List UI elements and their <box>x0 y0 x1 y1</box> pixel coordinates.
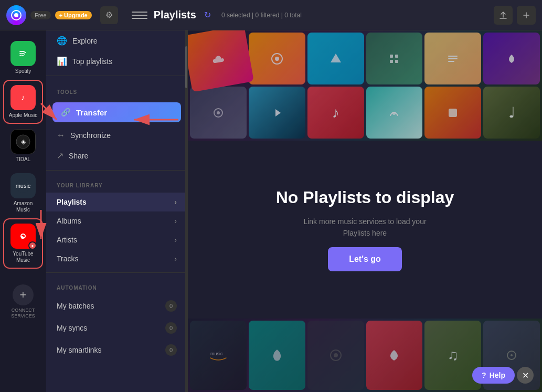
main-layout: Spotify ♪ Apple Music ◈ TIDAL <box>0 30 542 392</box>
top-playlists-icon: 📊 <box>57 56 67 66</box>
banner-top: ♪ ♩ <box>188 30 542 141</box>
nav-explore[interactable]: 🌐 Explore <box>46 30 187 51</box>
add-button[interactable] <box>517 6 536 25</box>
albums-label: Albums <box>57 217 174 225</box>
no-playlists-title: No Playlists to display <box>276 188 454 207</box>
settings-button[interactable]: ⚙ <box>100 6 118 24</box>
svg-point-25 <box>392 112 396 115</box>
service-item-spotify[interactable]: Spotify <box>4 37 42 79</box>
help-close-button[interactable]: ✕ <box>517 367 534 384</box>
help-label: Help <box>490 371 505 379</box>
lets-go-button[interactable]: Let's go <box>328 247 402 271</box>
tile-blue <box>307 33 364 84</box>
amazon-music-icon: music <box>10 173 36 198</box>
my-syncs-count: 0 <box>165 322 177 334</box>
nav-top-playlists[interactable]: 📊 Top playlists <box>46 51 187 71</box>
bottom-tile-green2: ♫ <box>424 321 481 390</box>
services-sidebar: Spotify ♪ Apple Music ◈ TIDAL <box>0 30 46 392</box>
spotify-icon <box>10 41 36 66</box>
explore-icon: 🌐 <box>57 36 67 46</box>
refresh-icon[interactable]: ↻ <box>203 10 213 20</box>
service-item-apple-music[interactable]: ♪ Apple Music <box>4 81 42 123</box>
nav-synchronize[interactable]: ↔ Synchronize <box>46 125 187 145</box>
svg-point-23 <box>217 111 220 114</box>
svg-point-29 <box>334 353 338 357</box>
nav-divider-1 <box>46 76 187 76</box>
app-logo <box>6 5 26 25</box>
library-item-playlists[interactable]: Playlists › <box>46 193 187 211</box>
youtube-music-icon: ▶ ● <box>10 224 36 249</box>
tidal-label: TIDAL <box>16 156 30 163</box>
service-item-tidal[interactable]: ◈ TIDAL <box>4 125 42 167</box>
synchronize-label: Synchronize <box>70 131 111 140</box>
nav-divider-3 <box>46 272 187 273</box>
svg-point-1 <box>14 13 18 17</box>
library-item-tracks[interactable]: Tracks › <box>46 249 187 268</box>
tile-gray <box>190 87 247 139</box>
apple-music-label: Apple Music <box>9 112 37 119</box>
youtube-badge: ● <box>28 241 37 250</box>
apple-music-icon: ♪ <box>10 85 36 110</box>
automation-section: AUTOMATION <box>46 277 187 295</box>
explore-label: Explore <box>72 37 97 45</box>
library-item-albums[interactable]: Albums › <box>46 211 187 230</box>
playlists-label: Playlists <box>57 198 174 206</box>
tile-green <box>366 33 423 84</box>
tile-mint <box>366 87 423 139</box>
nav-share[interactable]: ↗ Share <box>46 145 187 166</box>
share-label: Share <box>69 152 88 160</box>
tile-red-orange <box>424 87 481 139</box>
hamburger-button[interactable] <box>132 7 147 23</box>
playlists-chevron-icon: › <box>174 198 177 206</box>
transfer-button[interactable]: 🔗 Transfer <box>52 102 181 122</box>
artists-label: Artists <box>57 236 174 244</box>
upgrade-badge[interactable]: + Upgrade <box>55 11 92 19</box>
tile-red: ♪ <box>307 87 364 139</box>
svg-text:music: music <box>210 351 223 356</box>
share-icon: ↗ <box>57 151 63 161</box>
connect-services-button[interactable]: + CONNECT SERVICES <box>0 280 46 323</box>
svg-rect-16 <box>395 55 398 58</box>
svg-text:◈: ◈ <box>21 138 26 145</box>
tracks-chevron-icon: › <box>174 255 177 263</box>
synchronize-icon: ↔ <box>57 131 65 140</box>
svg-point-14 <box>275 57 279 61</box>
tools-section: TOOLS <box>46 80 187 99</box>
nav-divider-2 <box>46 170 187 171</box>
service-item-youtube-music[interactable]: ▶ ● YouTube Music <box>4 219 42 268</box>
albums-chevron-icon: › <box>174 217 177 225</box>
no-playlists-sub: Link more music services to load yourPla… <box>303 216 426 239</box>
library-item-artists[interactable]: Artists › <box>46 230 187 249</box>
svg-rect-17 <box>390 60 393 63</box>
youtube-music-label: YouTube Music <box>6 251 40 263</box>
my-smartlinks-label: My smartlinks <box>57 346 165 354</box>
your-library-section: YOUR LIBRARY <box>46 175 187 193</box>
service-item-amazon-music[interactable]: music Amazon Music <box>4 169 42 217</box>
main-center: No Playlists to display Link more music … <box>188 141 542 319</box>
main-content: ♪ ♩ No Playlist <box>188 30 542 392</box>
automation-item-smartlinks[interactable]: My smartlinks 0 <box>46 339 187 361</box>
help-question-icon: ? <box>482 371 486 379</box>
help-close-icon: ✕ <box>522 370 529 380</box>
svg-rect-18 <box>395 60 398 63</box>
scrollbar-thumb[interactable] <box>185 46 187 88</box>
header-actions <box>494 6 536 25</box>
upload-button[interactable] <box>494 6 513 25</box>
header-stats: 0 selected | 0 filtered | 0 total <box>221 12 302 19</box>
automation-item-syncs[interactable]: My syncs 0 <box>46 317 187 339</box>
tile-soundcloud <box>188 30 254 92</box>
header-title-area: Playlists ↻ 0 selected | 0 filtered | 0 … <box>132 7 494 23</box>
tile-yellow <box>424 33 481 84</box>
svg-marker-24 <box>275 109 281 116</box>
tile-teal <box>249 87 305 139</box>
scrollbar-track <box>185 30 187 392</box>
svg-point-31 <box>511 354 513 356</box>
top-playlists-label: Top playlists <box>72 57 112 66</box>
my-smartlinks-count: 0 <box>165 344 177 356</box>
automation-item-batches[interactable]: My batches 0 <box>46 295 187 317</box>
page-title: Playlists <box>154 9 196 21</box>
help-button[interactable]: ? Help <box>472 367 515 384</box>
top-header: Free + Upgrade ⚙ Playlists ↻ 0 selected … <box>0 0 542 30</box>
bottom-tile-teal <box>249 321 305 390</box>
bottom-tile-red <box>366 321 423 390</box>
